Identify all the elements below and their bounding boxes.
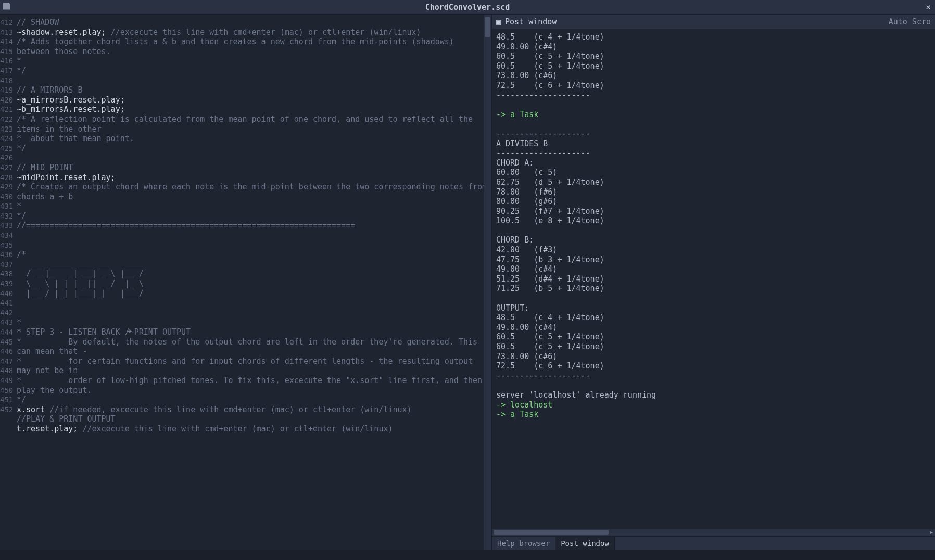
statusbar	[0, 550, 935, 560]
post-scrollbar-horizontal[interactable]: ◀ ▶	[492, 529, 935, 536]
tab-post-window[interactable]: Post window	[555, 537, 615, 550]
tab-help-browser[interactable]: Help browser	[492, 537, 555, 550]
post-window-icon: ▣	[496, 17, 501, 27]
bottom-tabs: Help browser Post window	[492, 536, 935, 550]
titlebar: ChordConvolver.scd ×	[0, 0, 935, 15]
auto-scroll-label[interactable]: Auto Scro	[889, 17, 931, 27]
file-icon	[0, 3, 16, 12]
main-area: 4124134144154164174184194204214224234244…	[0, 15, 935, 550]
close-button[interactable]: ×	[926, 2, 931, 12]
file-title: ChordConvolver.scd	[425, 3, 510, 12]
scroll-right-icon[interactable]: ▶	[928, 529, 935, 536]
editor-scrollbar-vertical[interactable]	[484, 15, 491, 550]
line-gutter: 4124134144154164174184194204214224234244…	[0, 15, 15, 550]
scroll-thumb[interactable]	[494, 530, 609, 535]
post-window-titlebar: ▣ Post window Auto Scro	[492, 15, 935, 29]
post-window-pane: ▣ Post window Auto Scro 48.5 (c 4 + 1/4t…	[492, 15, 935, 550]
text-cursor: ⌖	[128, 327, 134, 336]
editor-pane[interactable]: 4124134144154164174184194204214224234244…	[0, 15, 492, 550]
scroll-thumb[interactable]	[485, 17, 490, 37]
post-window-content[interactable]: 48.5 (c 4 + 1/4tone)49.0.00 (c#4)60.5 (c…	[492, 29, 935, 529]
post-window-title: Post window	[505, 17, 557, 27]
code-editor[interactable]: // SHADOW~shadow.reset.play; //excecute …	[15, 15, 491, 550]
